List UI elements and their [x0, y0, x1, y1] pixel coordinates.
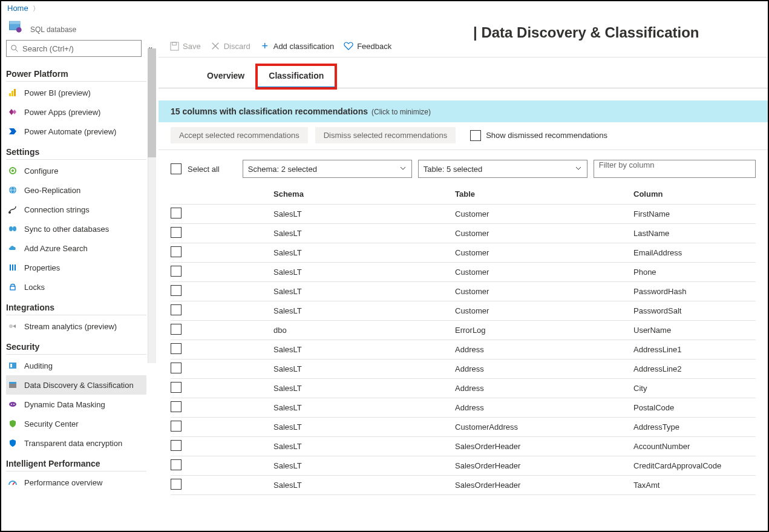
sidebar-item-geo-replication[interactable]: Geo-Replication — [6, 180, 146, 200]
cell-table: Address — [455, 403, 633, 412]
sidebar-item-locks[interactable]: Locks — [6, 277, 146, 297]
sidebar-item-performance-overview[interactable]: Performance overview — [6, 473, 146, 492]
gear-icon — [7, 165, 18, 176]
sidebar-item-label: Data Discovery & Classification — [24, 381, 134, 390]
cell-schema: SalesLT — [273, 248, 455, 257]
tabs: Overview Classification — [159, 65, 768, 88]
row-checkbox[interactable] — [171, 479, 182, 490]
svg-rect-7 — [14, 89, 16, 96]
sidebar-item-label: Power BI (preview) — [24, 88, 91, 97]
schema-filter-dropdown[interactable]: Schema: 2 selected — [243, 160, 412, 178]
sidebar-item-power-bi-preview-[interactable]: Power BI (preview) — [6, 83, 146, 102]
cell-table: SalesOrderHeader — [455, 442, 633, 451]
cell-column: PostalCode — [633, 403, 756, 412]
select-all-label: Select all — [188, 165, 220, 174]
sidebar-item-label: Security Center — [24, 419, 79, 429]
recommendations-table: Schema Table Column SalesLTCustomerFirst… — [159, 184, 768, 495]
scrollbar-thumb[interactable] — [148, 48, 156, 157]
sidebar-item-sync-to-other-databases[interactable]: Sync to other databases — [6, 219, 146, 238]
sidebar-item-connection-strings[interactable]: Connection strings — [6, 200, 146, 219]
mask-icon — [7, 399, 18, 410]
cell-schema: SalesLT — [273, 364, 455, 373]
cell-schema: SalesLT — [273, 287, 455, 296]
table-filter-dropdown[interactable]: Table: 5 selected — [418, 160, 587, 178]
show-dismissed-checkbox[interactable] — [470, 130, 481, 141]
table-row: SalesLTSalesOrderHeaderTaxAmt — [171, 476, 756, 495]
sidebar-item-stream-analytics-preview-[interactable]: Stream analytics (preview) — [6, 317, 146, 336]
sidebar-item-power-automate-preview-[interactable]: Power Automate (preview) — [6, 122, 146, 141]
breadcrumb-home[interactable]: Home — [7, 4, 28, 13]
search-icon — [10, 44, 19, 53]
dismiss-selected-button[interactable]: Dismiss selected recommendations — [315, 127, 456, 143]
svg-point-20 — [9, 324, 13, 328]
chevron-right-icon: 〉 — [33, 5, 39, 12]
sidebar-item-label: Configure — [24, 166, 58, 176]
svg-rect-22 — [10, 364, 12, 367]
sidebar-item-dynamic-data-masking[interactable]: Dynamic Data Masking — [6, 395, 146, 414]
row-checkbox[interactable] — [171, 266, 182, 277]
sidebar-item-label: Performance overview — [24, 478, 102, 487]
column-filter-input[interactable]: Filter by column — [594, 160, 756, 178]
row-checkbox[interactable] — [171, 363, 182, 373]
breadcrumb: Home 〉 — [1, 1, 768, 15]
row-checkbox[interactable] — [171, 246, 182, 257]
sidebar-item-security-center[interactable]: Security Center — [6, 414, 146, 433]
sidebar-item-properties[interactable]: Properties — [6, 258, 146, 277]
row-checkbox[interactable] — [171, 324, 182, 335]
cell-table: Customer — [455, 229, 633, 238]
perf-icon — [7, 477, 18, 488]
tab-classification[interactable]: Classification — [257, 65, 336, 88]
row-checkbox[interactable] — [171, 382, 182, 393]
sidebar-item-label: Properties — [24, 263, 60, 272]
row-checkbox[interactable] — [171, 285, 182, 296]
cell-column: LastName — [633, 229, 756, 238]
row-checkbox[interactable] — [171, 343, 182, 354]
sidebar-item-label: Auditing — [24, 361, 53, 370]
table-row: SalesLTSalesOrderHeaderAccountNumber — [171, 437, 756, 456]
row-checkbox[interactable] — [171, 208, 182, 218]
svg-line-4 — [16, 50, 18, 52]
feedback-button[interactable]: Feedback — [344, 41, 391, 51]
cell-table: Address — [455, 345, 633, 354]
recommendations-banner[interactable]: 15 columns with classification recommend… — [159, 100, 768, 122]
cell-schema: SalesLT — [273, 481, 455, 490]
accept-selected-button[interactable]: Accept selected recommendations — [171, 127, 308, 143]
add-classification-button[interactable]: + Add classification — [260, 41, 334, 51]
cell-schema: SalesLT — [273, 384, 455, 393]
sidebar-item-auditing[interactable]: Auditing — [6, 356, 146, 375]
sidebar-item-configure[interactable]: Configure — [6, 161, 146, 180]
sidebar-item-transparent-data-encryption[interactable]: Transparent data encryption — [6, 433, 146, 453]
tab-overview[interactable]: Overview — [195, 65, 257, 88]
sidebar-item-label: Power Apps (preview) — [24, 108, 100, 117]
row-checkbox[interactable] — [171, 421, 182, 432]
cell-column: City — [633, 384, 756, 393]
table-row: SalesLTCustomerEmailAddress — [171, 243, 756, 263]
cell-table: Address — [455, 384, 633, 393]
col-table: Table — [455, 189, 633, 199]
svg-point-14 — [9, 226, 13, 231]
cell-column: CreditCardApprovalCode — [633, 461, 756, 470]
select-all-checkbox[interactable] — [171, 163, 182, 174]
save-button[interactable]: Save — [169, 41, 201, 51]
svg-rect-5 — [9, 93, 11, 96]
row-checkbox[interactable] — [171, 227, 182, 238]
row-checkbox[interactable] — [171, 304, 182, 315]
sidebar-item-data-discovery-classification[interactable]: Data Discovery & Classification — [6, 375, 146, 395]
resource-type-label: SQL database — [30, 25, 76, 34]
search-input[interactable]: Search (Ctrl+/) — [6, 40, 142, 57]
row-checkbox[interactable] — [171, 440, 182, 451]
sidebar-item-add-azure-search[interactable]: Add Azure Search — [6, 238, 146, 258]
cell-schema: dbo — [273, 326, 455, 335]
cell-column: AddressType — [633, 422, 756, 432]
sidebar-item-label: Locks — [24, 283, 45, 292]
sidebar-item-power-apps-preview-[interactable]: Power Apps (preview) — [6, 102, 146, 122]
sql-database-icon — [7, 18, 24, 35]
table-row: SalesLTAddressAddressLine1 — [171, 340, 756, 360]
row-checkbox[interactable] — [171, 401, 182, 412]
powerapps-icon — [7, 107, 18, 117]
row-checkbox[interactable] — [171, 459, 182, 470]
discard-button[interactable]: Discard — [211, 41, 250, 51]
cell-column: UserName — [633, 326, 756, 335]
cell-table: Customer — [455, 209, 633, 218]
cell-column: TaxAmt — [633, 481, 756, 490]
